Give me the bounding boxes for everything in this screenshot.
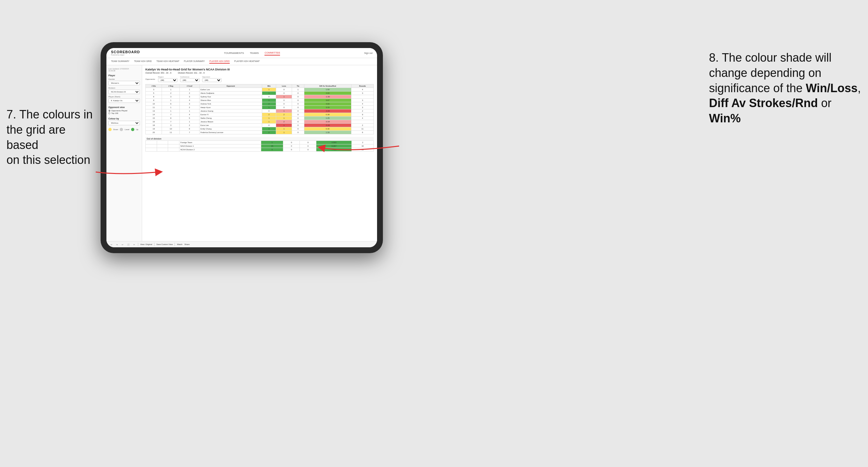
sec-nav-player-h2h-heatmap[interactable]: PLAYER H2H HEATMAP bbox=[234, 59, 259, 64]
sec-nav-team-summary[interactable]: TEAM SUMMARY bbox=[111, 59, 129, 64]
region-select[interactable]: (All) bbox=[158, 78, 178, 82]
annotation-right: 8. The colour shade will change dependin… bbox=[709, 50, 862, 126]
radio-dot-opponents bbox=[108, 110, 110, 112]
radio-top100[interactable]: Top 100 bbox=[108, 112, 140, 114]
table-row: 19106Emily Chang4100.3011 bbox=[146, 127, 374, 131]
legend-dot-level bbox=[120, 128, 123, 131]
opponent-label: Opponent bbox=[202, 76, 222, 78]
nav-tournaments[interactable]: TOURNAMENTS bbox=[224, 51, 244, 55]
legend-label-level: Level bbox=[125, 128, 129, 130]
table-row: 522Alexis Sudjianto1004.003 bbox=[146, 92, 374, 95]
sidebar-division-label: Division bbox=[108, 87, 140, 89]
col-win: Win bbox=[262, 84, 276, 88]
out-of-division-header: Out of division bbox=[145, 137, 374, 141]
sidebar-timestamp: Last Updated: 27/03/2024 16:55:38 bbox=[108, 68, 140, 72]
radio-dot-top100 bbox=[108, 112, 110, 114]
out-of-division-table: Foreign Team1004.5002NAIA Division 11500… bbox=[145, 141, 374, 152]
table-row: 1585Stella Cheng1101.254 bbox=[146, 117, 374, 120]
secondary-nav: TEAM SUMMARY TEAM H2H GRID TEAM H2H HEAT… bbox=[106, 58, 377, 65]
share-label: Share bbox=[184, 243, 189, 245]
view-original-label: View: Original bbox=[140, 243, 152, 245]
paste-btn[interactable]: ✂ bbox=[132, 243, 136, 246]
col-opponent: Opponent bbox=[199, 84, 262, 88]
sidebar: Last Updated: 27/03/2024 16:55:38 Player… bbox=[106, 65, 142, 241]
legend-row: Down Level Up bbox=[108, 128, 140, 131]
col-loss: Loss bbox=[276, 84, 292, 88]
sidebar-gender-select[interactable]: Women's bbox=[108, 81, 140, 85]
nav-committee[interactable]: COMMITTEE bbox=[265, 51, 280, 56]
sidebar-player-rank-label: Player (Rank) bbox=[108, 96, 140, 98]
sign-out[interactable]: Sign out bbox=[364, 52, 373, 54]
nav-links: TOURNAMENTS TEAMS COMMITTEE bbox=[224, 51, 280, 56]
radio-opponents-played[interactable]: Opponents Played bbox=[108, 110, 140, 112]
logo-area: SCOREBOARD Powered by clippd bbox=[111, 50, 140, 56]
filters-row: Opponents: Region (All) Conference (All) bbox=[145, 76, 374, 82]
grid-title: Katelyn Vo Head-to-Head Grid for Women's… bbox=[145, 68, 374, 71]
table-row: 1063Andrea York2004.004 bbox=[146, 102, 374, 106]
watch-btn[interactable]: Watch bbox=[177, 243, 182, 245]
share-btn[interactable]: Share bbox=[184, 243, 189, 245]
redo-left-btn[interactable]: ↪ bbox=[115, 243, 119, 246]
ood-table-row: Foreign Team1004.5002 bbox=[146, 141, 374, 145]
opponent-filter: Opponent (All) bbox=[202, 76, 222, 82]
toolbar-divider-2 bbox=[154, 243, 154, 246]
out-of-division-section: Out of division Foreign Team1004.5002NAI… bbox=[145, 137, 374, 152]
col-diff-av: Diff Av Strokes/Rnd bbox=[304, 84, 351, 88]
redo-btn[interactable]: ↩ bbox=[121, 243, 124, 246]
sec-nav-team-h2h-grid[interactable]: TEAM H2H GRID bbox=[134, 59, 152, 64]
copy-btn[interactable]: ⬜ bbox=[126, 243, 130, 246]
col-div: # Div bbox=[146, 84, 162, 88]
top-nav: SCOREBOARD Powered by clippd TOURNAMENTS… bbox=[106, 48, 377, 58]
col-rounds: Rounds bbox=[351, 84, 374, 88]
sec-nav-player-summary[interactable]: PLAYER SUMMARY bbox=[184, 59, 205, 64]
grid-area: Katelyn Vo Head-to-Head Grid for Women's… bbox=[142, 65, 377, 241]
main-content: Last Updated: 27/03/2024 16:55:38 Player… bbox=[106, 65, 377, 241]
ood-table-row: NAIA Division 115009.26730 bbox=[146, 145, 374, 148]
opponent-select[interactable]: (All) bbox=[202, 78, 222, 82]
table-row: 914Sharon Mun1003.673 bbox=[146, 99, 374, 102]
sec-nav-player-h2h-grid[interactable]: PLAYER H2H GRID bbox=[209, 59, 230, 64]
sidebar-gender-label: Gender bbox=[108, 78, 140, 80]
bottom-toolbar: ↩ ↪ ↩ ⬜ ✂ View: Original Save Custom Vie… bbox=[106, 241, 377, 247]
col-tie: Tie bbox=[292, 84, 304, 88]
col-reg: # Reg bbox=[162, 84, 180, 88]
table-row: 311Esther Lee1011.504 bbox=[146, 88, 374, 92]
sidebar-division-select[interactable]: NCAA Division III bbox=[108, 90, 140, 94]
logo-sub: Powered by clippd bbox=[111, 54, 140, 56]
opponent-view-title: Opponent view bbox=[108, 106, 140, 108]
colour-by-title: Colour by bbox=[108, 118, 140, 120]
table-row: 20117Federica Domecq Lacroze2101.336 bbox=[146, 131, 374, 134]
watch-label: Watch bbox=[177, 243, 182, 245]
undo-btn[interactable]: ↩ bbox=[110, 243, 113, 246]
legend-label-down: Down bbox=[113, 128, 118, 130]
tablet-screen: SCOREBOARD Powered by clippd TOURNAMENTS… bbox=[106, 48, 377, 247]
sec-nav-team-h2h-heatmap[interactable]: TEAM H2H HEATMAP bbox=[156, 59, 180, 64]
view-original-btn[interactable]: View: Original bbox=[140, 243, 152, 245]
table-row: 1671Jessica Mason120-0.94 bbox=[146, 120, 374, 124]
sidebar-player-rank-select[interactable]: 8. Katelyn Vo bbox=[108, 98, 140, 103]
region-label: Region bbox=[158, 76, 178, 78]
nav-teams[interactable]: TEAMS bbox=[250, 51, 259, 55]
toolbar-divider-3 bbox=[175, 243, 175, 246]
legend-label-up: Up bbox=[136, 128, 138, 130]
conference-filter: Conference (All) bbox=[180, 76, 199, 82]
ood-table-row: NCAA Division 25007.40010 bbox=[146, 148, 374, 152]
grid-records: Overall Record: 353 - 34 - 6 Division Re… bbox=[145, 72, 374, 74]
region-filter: Region (All) bbox=[158, 76, 178, 82]
colour-by-select[interactable]: Win/loss bbox=[108, 121, 140, 125]
table-row: 1832Euna Lee010-5.002 bbox=[146, 124, 374, 127]
sidebar-player-title: Player bbox=[108, 74, 140, 76]
main-table: # Div # Reg # Conf Opponent Win Loss Tie… bbox=[145, 84, 374, 134]
table-row: 1311Jessica Huang010-3.002 bbox=[146, 110, 374, 113]
save-custom-label: Save Custom View bbox=[156, 243, 173, 245]
legend-dot-down bbox=[108, 128, 112, 131]
division-record: Division Record: 331 - 34 - 6 bbox=[178, 72, 205, 74]
annotation-left: 7. The colours in the grid are based on … bbox=[6, 107, 101, 168]
conference-select[interactable]: (All) bbox=[180, 78, 199, 82]
col-conf: # Conf bbox=[180, 84, 199, 88]
opponents-label: Opponents: bbox=[145, 78, 155, 80]
legend-dot-up bbox=[131, 128, 134, 131]
logo-text: SCOREBOARD bbox=[111, 50, 140, 54]
tablet-frame: SCOREBOARD Powered by clippd TOURNAMENTS… bbox=[101, 42, 383, 253]
save-custom-btn[interactable]: Save Custom View bbox=[156, 243, 173, 245]
